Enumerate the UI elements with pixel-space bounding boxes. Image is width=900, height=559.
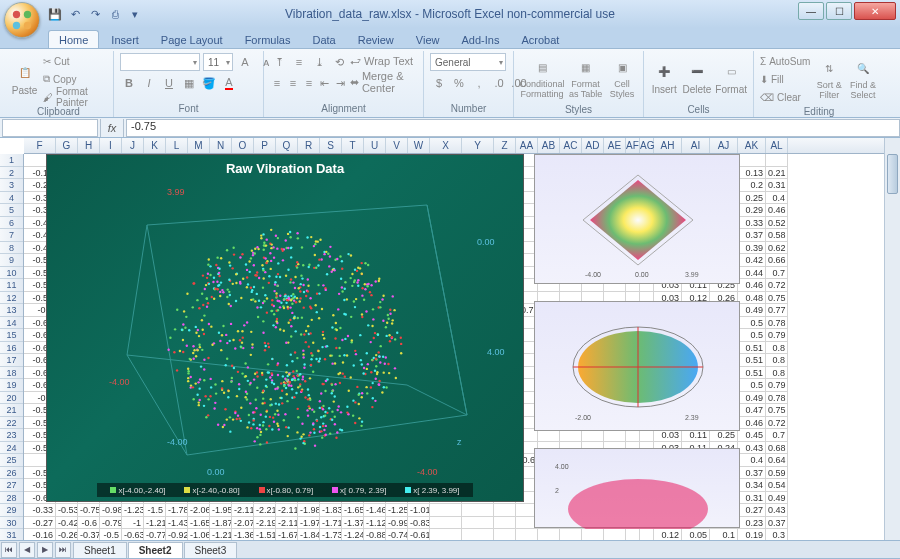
row-header-13[interactable]: 13: [0, 304, 23, 317]
cell[interactable]: -1.51: [254, 529, 276, 540]
col-header-AF[interactable]: AF: [626, 138, 640, 153]
cell[interactable]: 0.2: [738, 179, 766, 192]
fill-button[interactable]: ⬇ Fill: [760, 71, 810, 87]
col-header-AA[interactable]: AA: [516, 138, 538, 153]
cell[interactable]: -1.43: [166, 517, 188, 530]
col-header-M[interactable]: M: [188, 138, 210, 153]
conditional-formatting-button[interactable]: ▤Conditional Formatting: [520, 53, 564, 103]
cell[interactable]: -1.65: [342, 504, 364, 517]
cell[interactable]: -0.92: [166, 529, 188, 540]
cell[interactable]: -1.37: [342, 517, 364, 530]
cell[interactable]: 0.1: [710, 529, 738, 540]
sheet-tab-2[interactable]: Sheet2: [128, 542, 183, 558]
cell[interactable]: 0.51: [738, 367, 766, 380]
align-middle-icon[interactable]: ≡: [290, 53, 308, 71]
row-header-11[interactable]: 11: [0, 279, 23, 292]
cell[interactable]: -1.71: [320, 517, 342, 530]
cell[interactable]: 0.37: [738, 467, 766, 480]
col-header-AD[interactable]: AD: [582, 138, 604, 153]
cell[interactable]: -2.11: [276, 504, 298, 517]
cell[interactable]: -1.21: [144, 517, 166, 530]
col-header-AE[interactable]: AE: [604, 138, 626, 153]
italic-icon[interactable]: I: [140, 74, 158, 92]
cell[interactable]: -1.46: [364, 504, 386, 517]
tab-add-ins[interactable]: Add-Ins: [451, 31, 509, 48]
col-header-AL[interactable]: AL: [766, 138, 788, 153]
col-header-H[interactable]: H: [78, 138, 100, 153]
fill-color-icon[interactable]: 🪣: [200, 74, 218, 92]
cell[interactable]: 0.46: [766, 204, 788, 217]
cell[interactable]: 0.78: [766, 392, 788, 405]
cell[interactable]: 0.54: [766, 479, 788, 492]
cell[interactable]: 0.75: [766, 404, 788, 417]
tab-review[interactable]: Review: [348, 31, 404, 48]
cell[interactable]: 0.79: [766, 329, 788, 342]
print-icon[interactable]: ⎙: [108, 7, 122, 21]
cell[interactable]: -0.6: [78, 517, 100, 530]
row-header-24[interactable]: 24: [0, 442, 23, 455]
cell[interactable]: 0.72: [766, 417, 788, 430]
cell[interactable]: 0.49: [738, 304, 766, 317]
currency-icon[interactable]: $: [430, 74, 448, 92]
col-header-V[interactable]: V: [386, 138, 408, 153]
cell[interactable]: -1.73: [320, 529, 342, 540]
chart-3d-scatter[interactable]: Raw Vibration Data 3.99 0.00 -4.00 -4.00…: [46, 154, 524, 502]
row-header-30[interactable]: 30: [0, 517, 23, 530]
tab-page-layout[interactable]: Page Layout: [151, 31, 233, 48]
underline-icon[interactable]: U: [160, 74, 178, 92]
column-headers[interactable]: FGHIJKLMNOPQRSTUVWXYZAAABACADAEAFAGAHAIA…: [24, 138, 884, 154]
maximize-button[interactable]: ☐: [826, 2, 852, 20]
comma-icon[interactable]: ,: [470, 74, 488, 92]
cell[interactable]: 0.72: [766, 279, 788, 292]
row-header-21[interactable]: 21: [0, 404, 23, 417]
row-header-15[interactable]: 15: [0, 329, 23, 342]
insert-cells-button[interactable]: ➕Insert: [650, 53, 678, 103]
cell[interactable]: -0.37: [78, 529, 100, 540]
undo-icon[interactable]: ↶: [68, 7, 82, 21]
name-box[interactable]: [2, 119, 98, 137]
orientation-icon[interactable]: ⟲: [330, 53, 348, 71]
format-cells-button[interactable]: ▭Format: [715, 53, 747, 103]
align-top-icon[interactable]: ⤒: [270, 53, 288, 71]
row-header-28[interactable]: 28: [0, 492, 23, 505]
row-header-4[interactable]: 4: [0, 192, 23, 205]
cell[interactable]: -0.98: [100, 504, 122, 517]
cell[interactable]: 0.78: [766, 317, 788, 330]
tab-acrobat[interactable]: Acrobat: [511, 31, 569, 48]
row-header-6[interactable]: 6: [0, 217, 23, 230]
cell[interactable]: 0.34: [738, 479, 766, 492]
cell[interactable]: 0.68: [766, 442, 788, 455]
qat-more-icon[interactable]: ▾: [128, 7, 142, 21]
cell[interactable]: 0.43: [766, 504, 788, 517]
cell[interactable]: -2.21: [254, 504, 276, 517]
row-header-3[interactable]: 3: [0, 179, 23, 192]
cell[interactable]: 0.66: [766, 254, 788, 267]
cell[interactable]: -1.24: [342, 529, 364, 540]
cell[interactable]: -0.75: [78, 504, 100, 517]
cell[interactable]: -0.27: [24, 517, 56, 530]
col-header-AG[interactable]: AG: [640, 138, 654, 153]
row-header-22[interactable]: 22: [0, 417, 23, 430]
scrollbar-thumb[interactable]: [887, 154, 898, 194]
format-as-table-button[interactable]: ▦Format as Table: [568, 53, 603, 103]
row-header-12[interactable]: 12: [0, 292, 23, 305]
row-header-29[interactable]: 29: [0, 504, 23, 517]
col-header-X[interactable]: X: [430, 138, 462, 153]
cell[interactable]: -1: [122, 517, 144, 530]
percent-icon[interactable]: %: [450, 74, 468, 92]
cell[interactable]: 0.31: [738, 492, 766, 505]
cell[interactable]: -0.79: [100, 517, 122, 530]
cell[interactable]: 0.8: [766, 354, 788, 367]
cell[interactable]: 0.5: [738, 379, 766, 392]
cell[interactable]: -1.23: [122, 504, 144, 517]
cell[interactable]: -1.01: [408, 504, 430, 517]
align-right-icon[interactable]: ≡: [302, 74, 316, 92]
cell[interactable]: -2.06: [188, 504, 210, 517]
formula-input[interactable]: -0.75: [126, 119, 900, 137]
cell[interactable]: 0.23: [738, 517, 766, 530]
cell[interactable]: -1.25: [386, 504, 408, 517]
font-name-combo[interactable]: [120, 53, 200, 71]
copy-button[interactable]: ⧉ Copy: [43, 71, 107, 87]
col-header-AH[interactable]: AH: [654, 138, 682, 153]
align-center-icon[interactable]: ≡: [286, 74, 300, 92]
